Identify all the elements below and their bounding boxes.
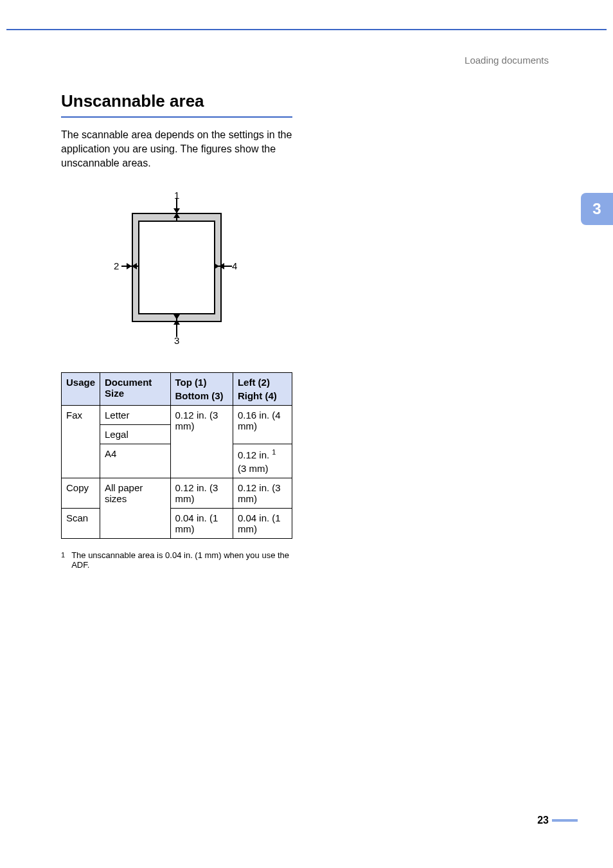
- th-top-bottom: Top (1) Bottom (3): [170, 373, 233, 406]
- margins-table: Usage Document Size Top (1) Bottom (3) L…: [61, 372, 292, 539]
- page-number-rule: [552, 819, 578, 822]
- cell-fax-lr-a4: 0.12 in. 1 (3 mm): [233, 444, 292, 478]
- diagram-arrow-bottom: [176, 314, 177, 337]
- footnote-text: The unscannable area is 0.04 in. (1 mm) …: [71, 550, 292, 570]
- section-heading: Unscannable area: [61, 91, 292, 111]
- cell-fax-lr-a4-mm: (3 mm): [238, 463, 287, 474]
- intro-text: The scannable area depends on the settin…: [61, 128, 292, 170]
- cell-size-all: All paper sizes: [100, 478, 170, 539]
- top-rule: [6, 29, 607, 30]
- footnote-number: 1: [61, 550, 65, 570]
- diagram-label-4: 4: [232, 260, 237, 271]
- cell-copy-topbottom: 0.12 in. (3 mm): [170, 478, 233, 509]
- th-left-right: Left (2) Right (4): [233, 373, 292, 406]
- page-number: 23: [537, 815, 549, 826]
- th-bottom-label: Bottom (3): [175, 390, 228, 401]
- diagram-arrow-right: [214, 266, 232, 267]
- chapter-tab: 3: [581, 193, 613, 225]
- breadcrumb: Loading documents: [465, 55, 549, 66]
- diagram-inner-rect: [138, 221, 215, 314]
- diagram-arrow-top: [176, 199, 177, 221]
- table-row: Fax Letter 0.12 in. (3 mm) 0.16 in. (4 m…: [62, 406, 292, 425]
- cell-fax-topbottom: 0.12 in. (3 mm): [170, 406, 233, 478]
- th-right-label: Right (4): [238, 390, 287, 401]
- th-top-label: Top (1): [175, 377, 207, 388]
- cell-fax-lr-a4-sup: 1: [272, 448, 276, 456]
- th-usage: Usage: [62, 373, 100, 406]
- cell-size-a4: A4: [100, 444, 170, 478]
- footnote: 1 The unscannable area is 0.04 in. (1 mm…: [61, 550, 292, 570]
- cell-size-letter: Letter: [100, 406, 170, 425]
- cell-fax-lr-a4-val: 0.12 in.: [238, 449, 269, 460]
- cell-usage-fax: Fax: [62, 406, 100, 478]
- diagram-label-2: 2: [114, 260, 119, 271]
- margin-diagram: 1 2 3 4: [93, 187, 260, 354]
- cell-usage-scan: Scan: [62, 509, 100, 539]
- table-row: Scan 0.04 in. (1 mm) 0.04 in. (1 mm): [62, 509, 292, 539]
- cell-scan-lr: 0.04 in. (1 mm): [233, 509, 292, 539]
- heading-rule: [61, 116, 292, 118]
- cell-fax-lr-letterlegal: 0.16 in. (4 mm): [233, 406, 292, 444]
- cell-usage-copy: Copy: [62, 478, 100, 509]
- main-content: Unscannable area The scannable area depe…: [61, 91, 292, 570]
- table-header-row: Usage Document Size Top (1) Bottom (3) L…: [62, 373, 292, 406]
- cell-scan-topbottom: 0.04 in. (1 mm): [170, 509, 233, 539]
- table-row: Copy All paper sizes 0.12 in. (3 mm) 0.1…: [62, 478, 292, 509]
- cell-copy-lr: 0.12 in. (3 mm): [233, 478, 292, 509]
- diagram-arrow-left: [121, 266, 139, 267]
- th-doc-size: Document Size: [100, 373, 170, 406]
- th-left-label: Left (2): [238, 377, 270, 388]
- cell-size-legal: Legal: [100, 425, 170, 444]
